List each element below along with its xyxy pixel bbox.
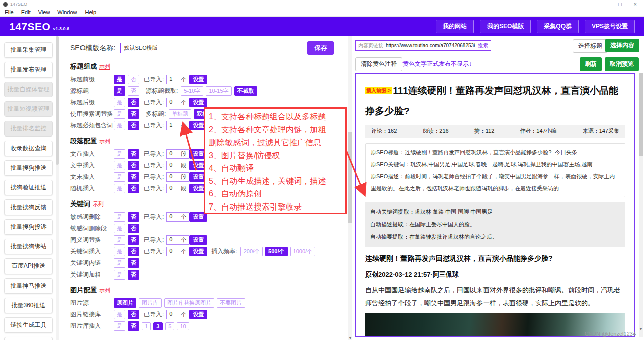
option-chip[interactable]: 不要图片	[217, 298, 245, 308]
toggle-option[interactable]: 是	[114, 270, 125, 280]
main-scrollbar-thumb[interactable]	[348, 132, 352, 223]
option-chip[interactable]: 1	[142, 322, 151, 330]
toggle-option[interactable]: 是	[114, 121, 125, 130]
toggle-option[interactable]: 是	[114, 184, 125, 193]
save-button[interactable]: 保存	[307, 41, 334, 55]
option-chip[interactable]: 10-15字	[206, 86, 231, 96]
toggle-option[interactable]: 否	[128, 109, 139, 119]
option-chip[interactable]: 原图片	[114, 298, 136, 308]
option-chip[interactable]: 10	[177, 322, 189, 330]
sidebar-item[interactable]: 批量搜狗推送	[4, 160, 53, 176]
option-chip[interactable]: 5	[165, 322, 174, 330]
menu-item-help[interactable]: Help	[85, 9, 96, 15]
menu-item-file[interactable]: File	[5, 9, 14, 15]
imported-count-input[interactable]: 0段	[166, 172, 189, 182]
option-chip[interactable]: 1000/个	[290, 247, 316, 256]
main-scrollbar[interactable]: ▼	[348, 36, 352, 340]
settings-button[interactable]: 设置	[189, 98, 207, 107]
toggle-option[interactable]: 是	[114, 212, 125, 222]
toggle-option[interactable]: 是	[114, 161, 125, 170]
imported-count-input[interactable]: 0段	[166, 149, 189, 159]
sidebar-item[interactable]: 搜狗验证推送	[4, 180, 53, 195]
preview-scrollbar[interactable]: ▼	[639, 73, 643, 337]
option-chip[interactable]: 200/个	[240, 247, 263, 256]
toggle-option[interactable]: 否	[128, 270, 139, 280]
option-chip[interactable]: 500/个	[265, 247, 287, 256]
example-link[interactable]: 示列	[99, 138, 110, 144]
toggle-option[interactable]: 否	[128, 321, 139, 331]
settings-button[interactable]: 设置	[189, 75, 207, 84]
example-link[interactable]: 示列	[93, 201, 104, 207]
template-name-input[interactable]	[120, 43, 253, 53]
toggle-option[interactable]: 是	[114, 109, 125, 119]
toggle-option[interactable]: 是	[114, 235, 125, 245]
toggle-option[interactable]: 否	[128, 310, 139, 319]
sidebar-item[interactable]: 收录数据查询	[4, 141, 53, 156]
menu-item-window[interactable]: Window	[57, 9, 77, 15]
sidebar-item[interactable]: 批量采集管理	[4, 42, 53, 58]
option-chip[interactable]: 单标题	[169, 109, 191, 119]
imported-count-input[interactable]: 0段	[166, 184, 189, 193]
toggle-option[interactable]: 是	[114, 98, 125, 107]
toggle-option[interactable]: 否	[128, 247, 139, 256]
imported-count-input[interactable]: 0段	[166, 161, 189, 170]
sidebar-scrollbar-thumb[interactable]	[56, 36, 59, 165]
toggle-option[interactable]: 是	[114, 149, 125, 159]
imported-count-input[interactable]: 1个	[166, 75, 189, 84]
menu-item-view[interactable]: View	[38, 9, 50, 15]
toggle-option[interactable]: 是	[114, 172, 125, 182]
toggle-option[interactable]: 否	[128, 149, 139, 159]
example-link[interactable]: 示列	[99, 287, 110, 293]
header-nav-item[interactable]: 采集QQ群	[537, 20, 579, 33]
select-title-button[interactable]: 选择标题	[573, 39, 608, 53]
cancel-preview-button[interactable]: 取消预览	[605, 57, 639, 71]
toggle-option[interactable]: 否	[128, 86, 139, 96]
content-link-url[interactable]: https://www.toutiao.com/a707420682536052…	[386, 43, 475, 48]
option-chip[interactable]: 5-10字	[181, 86, 203, 96]
toggle-option[interactable]: 否	[128, 235, 139, 245]
toggle-option[interactable]: 否	[128, 98, 139, 107]
close-icon[interactable]: ×	[634, 1, 637, 8]
sidebar-item[interactable]: 批量360推送	[4, 298, 53, 313]
header-nav-item[interactable]: 我的网站	[436, 20, 474, 33]
option-chip[interactable]: 不截取	[234, 86, 257, 96]
toggle-option[interactable]: 是	[114, 321, 125, 331]
toggle-option[interactable]: 否	[128, 172, 139, 182]
toggle-option[interactable]: 是	[114, 75, 125, 84]
option-chip[interactable]: 图片库	[139, 298, 162, 308]
preview-scrollbar-thumb[interactable]	[639, 73, 643, 156]
settings-button[interactable]: 设置	[189, 310, 207, 319]
settings-button[interactable]: 设置	[189, 247, 207, 256]
sidebar-item[interactable]: 百度API推送	[4, 258, 53, 274]
preview-scroll-down-icon[interactable]: ▼	[639, 327, 643, 331]
minimize-icon[interactable]: –	[603, 1, 606, 8]
sidebar-item[interactable]: 批量发布管理	[4, 62, 53, 78]
sidebar-scrollbar[interactable]	[56, 36, 59, 340]
imported-count-input[interactable]: 0个	[166, 98, 189, 107]
toggle-option[interactable]: 否	[128, 75, 139, 84]
toggle-option[interactable]: 否	[128, 258, 139, 268]
settings-button[interactable]: 设置	[189, 235, 207, 245]
imported-count-input[interactable]: 0个	[166, 212, 189, 222]
toggle-option[interactable]: 否	[128, 121, 139, 130]
toggle-option[interactable]: 是	[114, 224, 125, 233]
toggle-option[interactable]: 否	[128, 224, 139, 233]
sidebar-item[interactable]: 链接生成工具	[4, 317, 53, 333]
header-nav-item[interactable]: VPS拨号设置	[585, 20, 635, 33]
search-link[interactable]: 搜索	[478, 42, 488, 49]
scroll-down-icon[interactable]: ▼	[348, 336, 352, 340]
toggle-option[interactable]: 否	[128, 184, 139, 193]
imported-count-input[interactable]: 0个	[166, 235, 189, 245]
sidebar-item[interactable]: 批量搜狗绑站	[4, 239, 53, 254]
toggle-option[interactable]: 否	[128, 212, 139, 222]
sidebar-item[interactable]: 批量搜狗投诉	[4, 219, 53, 235]
imported-count-input[interactable]: 1个	[166, 121, 189, 130]
content-link-box[interactable]: 内容页链接 https://www.toutiao.com/a707420682…	[355, 40, 491, 51]
toggle-option[interactable]: 是	[114, 258, 125, 268]
toggle-option[interactable]: 否	[128, 161, 139, 170]
clear-yellow-notes-button[interactable]: 清除黄色注释	[355, 57, 403, 71]
toggle-option[interactable]: 是	[114, 86, 125, 96]
toggle-option[interactable]: 是	[114, 310, 125, 319]
option-chip[interactable]: 图片库替换原图片	[164, 298, 214, 308]
sidebar-item[interactable]: 批量搜狗反馈	[4, 199, 53, 215]
